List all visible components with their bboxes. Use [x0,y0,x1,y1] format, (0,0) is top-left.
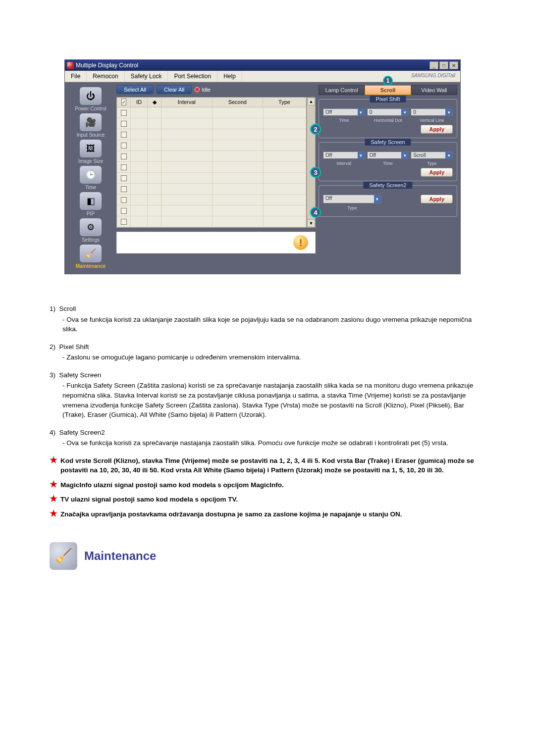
row-checkbox[interactable] [121,164,127,170]
chevron-down-icon: ▾ [401,152,408,158]
safety-interval-label: Interval [323,161,365,166]
menu-file[interactable]: File [65,71,87,82]
pixel-shift-apply-button[interactable]: Apply [421,125,453,134]
tab-scroll[interactable]: Scroll 1 [365,85,411,95]
chevron-down-icon: ▾ [445,109,452,115]
doc-item-1: 1) Scroll - Ova se funkcija koristi za u… [50,304,485,334]
maintenance-section-icon: 🧹 [50,542,77,570]
row-checkbox[interactable] [121,197,127,203]
row-checkbox[interactable] [121,132,127,138]
callout-3: 3 [310,167,321,178]
menu-remocon[interactable]: Remocon [87,71,124,82]
note-2: ★MagicInfo ulazni signal postoji samo ko… [50,480,485,490]
row-checkbox[interactable] [121,186,127,192]
scroll-down-icon[interactable]: ▼ [307,219,315,227]
table-row[interactable] [117,216,306,227]
row-checkbox[interactable] [121,153,127,159]
scroll-up-icon[interactable]: ▲ [307,98,315,105]
status-bar: ! [116,232,316,253]
clear-all-button[interactable]: Clear All [157,85,192,94]
col-id[interactable]: ID [131,98,148,107]
minimize-button[interactable]: _ [429,61,438,69]
row-checkbox[interactable] [121,121,127,127]
star-icon: ★ [50,480,57,490]
table-row[interactable] [117,195,306,205]
right-panel: Lamp Control Scroll 1 Video Wall Pixel S… [319,85,457,271]
row-checkbox[interactable] [121,143,127,149]
sidebar-item-power-control[interactable]: ⏻ Power Control [75,87,106,111]
sidebar-item-settings[interactable]: ⚙ Settings [80,218,102,243]
app-window: Multiple Display Control _ □ ✕ File Remo… [64,59,461,274]
table-row[interactable] [117,151,306,162]
row-checkbox[interactable] [121,219,127,225]
callout-1: 1 [383,76,393,86]
tab-video-wall[interactable]: Video Wall [411,85,457,95]
col-status-icon[interactable]: ◆ [148,98,161,107]
pixel-shift-vline-select[interactable]: 0▾ [411,108,453,116]
display-table: ID ◆ Interval Second Type [116,97,307,228]
maintenance-icon: 🧹 [80,245,102,262]
safety-screen-legend: Safety Screen [365,139,411,146]
brand-label: SAMSUNG DIGITall [405,71,460,82]
safety-time-label: Time [367,161,409,166]
chevron-down-icon: ▾ [358,152,365,158]
col-second[interactable]: Second [213,98,264,107]
tab-lamp-control[interactable]: Lamp Control [319,85,365,95]
note-4: ★Značajka upravljanja postavkama održava… [50,509,485,519]
panel-safety-screen2: Safety Screen2 Off▾ Apply Type 4 [319,185,457,217]
pixel-shift-time-label: Time [323,118,365,123]
safety-time-select[interactable]: Off▾ [367,151,409,159]
table-row[interactable] [117,184,306,195]
note-3: ★TV ulazni signal postoji samo kod model… [50,495,485,504]
doc-item-3: 3) Safety Screen - Funkcija Safety Scree… [50,370,485,420]
row-checkbox[interactable] [121,175,127,181]
safety-type-label: Type [411,161,453,166]
tab-scroll-label: Scroll [380,87,396,93]
menu-help[interactable]: Help [217,71,242,82]
power-icon: ⏻ [80,87,102,105]
sidebar-item-input-source[interactable]: 🎥 Input Source [77,113,105,138]
row-checkbox[interactable] [121,110,127,116]
table-row[interactable] [117,162,306,173]
time-icon: 🕒 [80,166,102,184]
maximize-button[interactable]: □ [439,61,448,69]
pixel-shift-vline-label: Vertical Line [411,118,453,123]
doc-item-2: 2) Pixel Shift - Zaslonu se omogućuje la… [50,342,485,362]
panel-pixel-shift: Pixel Shift Off▾ 0▾ 0▾ Time Horizontal D… [319,99,457,138]
table-row[interactable] [117,107,306,118]
callout-2: 2 [310,124,321,135]
table-row[interactable] [117,140,306,151]
menu-port-selection[interactable]: Port Selection [168,71,217,82]
pixel-shift-hdot-select[interactable]: 0▾ [367,108,409,116]
col-type[interactable]: Type [263,98,306,107]
pixel-shift-legend: Pixel Shift [370,96,406,102]
safety-interval-select[interactable]: Off▾ [323,151,365,159]
header-checkbox[interactable] [121,99,126,105]
safety2-apply-button[interactable]: Apply [421,195,453,203]
star-icon: ★ [50,495,57,504]
input-source-icon: 🎥 [80,113,102,131]
row-checkbox[interactable] [121,208,127,214]
image-size-icon: 🖼 [80,140,102,157]
sidebar-item-pip[interactable]: ◧ PIP [80,192,102,216]
star-icon: ★ [50,509,57,519]
safety-apply-button[interactable]: Apply [421,168,453,177]
titlebar: Multiple Display Control _ □ ✕ [65,60,460,71]
table-row[interactable] [117,205,306,216]
table-row[interactable] [117,129,306,140]
sidebar-item-image-size[interactable]: 🖼 Image Size [78,140,103,164]
doc-item-4: 4) Safety Screen2 - Ova se funkcija kori… [50,428,485,448]
sidebar-item-maintenance[interactable]: 🧹 Maintenance [76,245,106,269]
close-button[interactable]: ✕ [449,61,458,69]
safety-type-select[interactable]: Scroll▾ [411,151,453,159]
sidebar-item-time[interactable]: 🕒 Time [80,166,102,190]
menu-safety-lock[interactable]: Safety Lock [125,71,168,82]
pixel-shift-time-select[interactable]: Off▾ [323,108,365,116]
window-title: Multiple Display Control [76,62,138,69]
star-icon: ★ [50,456,57,475]
table-row[interactable] [117,173,306,184]
select-all-button[interactable]: Select All [116,85,154,94]
table-row[interactable] [117,118,306,129]
safety2-type-select[interactable]: Off▾ [323,195,381,203]
col-interval[interactable]: Interval [161,98,213,107]
